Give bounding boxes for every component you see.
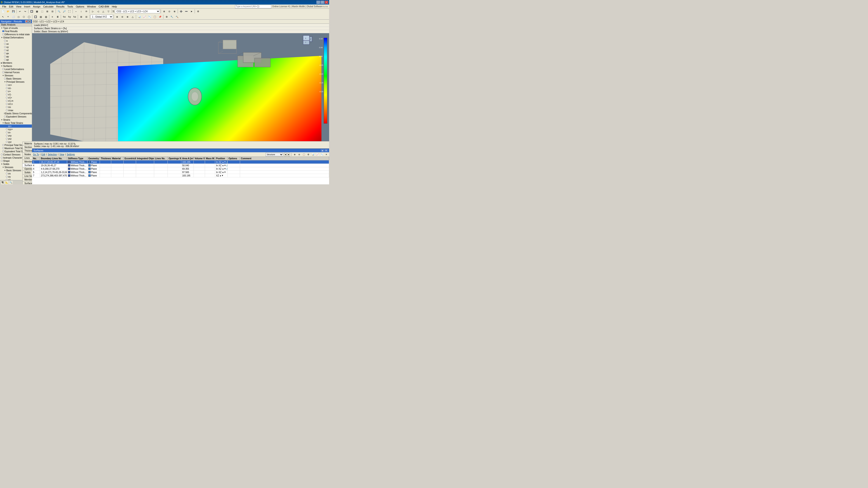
undo-btn[interactable]: ↩ — [18, 9, 22, 13]
rotate-z-btn[interactable]: ↻z — [72, 14, 77, 19]
nav-gxy[interactable]: γxy — [0, 134, 32, 137]
nav-s-plus[interactable]: σ+ — [0, 90, 32, 93]
menu-window[interactable]: Window — [86, 5, 97, 8]
nav-diff-initial[interactable]: Differences to initial state — [0, 33, 32, 36]
tb-btn-11[interactable]: △ — [101, 9, 106, 13]
tb-btn-4[interactable]: ⊞ — [45, 9, 50, 13]
basic-objects-combo[interactable]: Structure Basic Objects — [266, 153, 283, 156]
tb-btn-16[interactable]: ➕ — [179, 9, 184, 13]
nav-equiv-stress[interactable]: Equivalent Stresses — [0, 115, 32, 118]
zoom-out-btn[interactable]: 🔎 — [62, 9, 67, 13]
tb2-btn-22[interactable]: 🔧 — [169, 14, 174, 19]
tb-btn-9[interactable]: ▷ — [90, 9, 95, 13]
table-row[interactable]: 5 1,2,14,271,70-65,28-33,66,69,262,265,2… — [32, 170, 329, 174]
tb-btn-18[interactable]: ➤ — [189, 9, 194, 13]
rotate-y-btn[interactable]: ↻y — [67, 14, 72, 19]
table-expand-btn[interactable]: ▲ — [321, 149, 324, 152]
tb-view[interactable]: View — [59, 153, 64, 156]
nav-phiz[interactable]: φz — [0, 58, 32, 61]
nav-foot-btn3[interactable]: 🔍 — [9, 181, 13, 184]
tb2-btn-13[interactable]: ⊖ — [120, 14, 125, 19]
menu-calculate[interactable]: Calculate — [42, 5, 55, 8]
viewport[interactable]: 0.10 0.05 0.00 -0.05 -0.10 -0.15 -0.20 X — [32, 33, 329, 184]
tb-btn-8[interactable]: ⟳ — [84, 9, 89, 13]
table-row[interactable]: 4 4-9,268,37-58,270 Without Thick... Pla… — [32, 167, 329, 170]
tb2-btn-1[interactable]: ⬜ — [11, 14, 16, 19]
tb-btn-3[interactable]: ⬚ — [39, 9, 44, 13]
tbl-btn6[interactable]: 📈 — [315, 153, 319, 156]
menu-results[interactable]: Results — [55, 5, 66, 8]
save-btn[interactable]: 💾 — [11, 9, 16, 13]
tb-btn-14[interactable]: ⊙ — [167, 9, 172, 13]
maximize-button[interactable]: □ — [320, 1, 324, 4]
tb-btn-6[interactable]: ↔ — [73, 9, 79, 13]
close-button[interactable]: ✕ — [324, 1, 328, 4]
tb-btn-15[interactable]: ⊗ — [172, 9, 177, 13]
nav-uy[interactable]: uy — [0, 45, 32, 48]
tb2-btn-12[interactable]: ⊕ — [115, 14, 120, 19]
table-row[interactable]: 7 273,274,388,403-397,470-459,275 Withou… — [32, 174, 329, 177]
tb2-btn-17[interactable]: 📈 — [142, 14, 147, 19]
navigator-pin-btn[interactable]: 📌 — [25, 20, 28, 23]
nav-elastic-stress[interactable]: Elastic Stress Components — [0, 112, 32, 115]
tbl-btn2[interactable]: ⊖ — [298, 153, 301, 156]
zoom-in-btn[interactable]: 🔍 — [57, 9, 61, 13]
menu-insert[interactable]: Insert — [23, 5, 32, 8]
zoom-all-btn[interactable]: ⛶ — [67, 9, 72, 13]
tbl-btn7[interactable]: 📉 — [320, 153, 324, 156]
tb-goto[interactable]: Go To — [33, 153, 39, 156]
tb2-btn-18[interactable]: 📉 — [147, 14, 152, 19]
nav-foot-btn1[interactable]: 🏗 — [1, 181, 4, 184]
menu-help[interactable]: Help — [111, 5, 119, 8]
tb-btn-5[interactable]: ⊟ — [50, 9, 55, 13]
table-nav-next[interactable]: ► — [287, 153, 290, 156]
nav-s1-minus[interactable]: σ1- — [0, 93, 32, 96]
tbl-btn4[interactable]: ⚙ — [307, 153, 310, 156]
tbl-btn8[interactable]: ✕ — [324, 153, 328, 156]
tb-btn-7[interactable]: ↕ — [79, 9, 84, 13]
tb2-btn-6[interactable]: ▤ — [38, 14, 43, 19]
nav-s2n[interactable]: σ2.n — [0, 102, 32, 105]
load-case-combo[interactable]: CO2 - LC1 + LC2 + LC3 + LC4 — [115, 9, 160, 13]
tbl-btn3[interactable]: 📋 — [302, 153, 306, 156]
nav-foot-btn2[interactable]: 📐 — [5, 181, 8, 184]
nav-s1m[interactable]: σ1.m — [0, 99, 32, 102]
tb2-btn-2[interactable]: ◻ — [16, 14, 21, 19]
nav-sz-minus[interactable]: σz- — [0, 87, 32, 90]
tb-settings[interactable]: Settings — [67, 153, 75, 156]
tb-btn-17[interactable]: ➖ — [184, 9, 189, 13]
view-combo[interactable]: 1 - Global XYZ — [90, 15, 113, 19]
tb2-btn-16[interactable]: 📊 — [137, 14, 142, 19]
title-bar-right[interactable]: _ □ ✕ — [316, 1, 328, 4]
nav-basic-stresses[interactable]: Basic Stresses — [0, 77, 32, 80]
nav-final-results[interactable]: Final Results — [0, 30, 32, 33]
table-row[interactable]: 1 16,17,28,65-47,18 Without Thick... Pla… — [32, 160, 329, 164]
tb2-btn-15[interactable]: △ — [130, 14, 135, 19]
tb2-btn-4[interactable]: ◯ — [26, 14, 31, 19]
nav-s1-plus[interactable]: σ1+ — [0, 96, 32, 99]
navigator-subtitle[interactable]: Static Analysis — [0, 23, 32, 26]
nav-gxz[interactable]: γxz — [0, 137, 32, 140]
tb-btn-12[interactable]: ▽ — [106, 9, 111, 13]
nav-phiy[interactable]: φy — [0, 55, 32, 58]
select-btn[interactable]: ↖ — [0, 14, 5, 19]
nav-ux[interactable]: ux — [0, 42, 32, 45]
tb-edit[interactable]: Edit — [41, 153, 45, 156]
cursor-btn[interactable]: ⌖ — [6, 14, 11, 19]
tb2-btn-23[interactable]: 🔨 — [175, 14, 180, 19]
tb-btn-13[interactable]: ⊕ — [162, 9, 166, 13]
navigator-close-btn[interactable]: ✕ — [28, 20, 31, 23]
nav-tm[interactable]: τm — [0, 105, 32, 109]
tb2-btn-8[interactable]: ≡ — [50, 14, 55, 19]
tb-selection[interactable]: Selection — [48, 153, 57, 156]
nav-u[interactable]: u — [0, 39, 32, 42]
nav-sz-plus[interactable]: σz+ — [0, 84, 32, 87]
menu-assign[interactable]: Assign — [32, 5, 42, 8]
minimize-button[interactable]: _ — [316, 1, 320, 4]
tb2-btn-9[interactable]: ≣ — [55, 14, 60, 19]
table-close-btn[interactable]: ✕ — [324, 149, 328, 152]
tb2-btn-19[interactable]: 📋 — [152, 14, 157, 19]
tb2-btn-5[interactable]: 🔲 — [33, 14, 38, 19]
tb-btn-2[interactable]: ▦ — [34, 9, 39, 13]
tbl-btn5[interactable]: 📊 — [311, 153, 315, 156]
